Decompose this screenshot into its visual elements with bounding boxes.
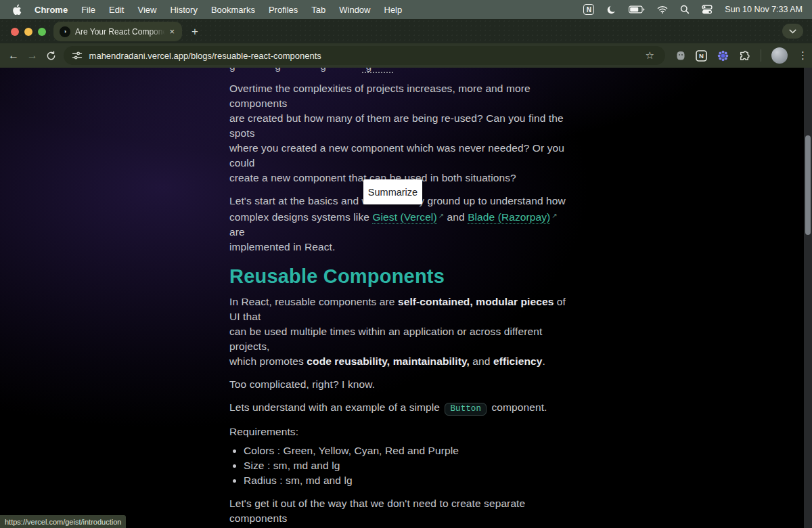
window-close-button[interactable] — [11, 28, 19, 36]
bookmark-star-icon[interactable]: ☆ — [643, 49, 657, 62]
menu-bar-left: Chrome File Edit View History Bookmarks … — [0, 4, 409, 16]
flower-extension-icon[interactable] — [717, 50, 729, 62]
link-giest-vercel[interactable]: Giest (Vercel) — [372, 211, 436, 224]
link-blade-razorpay[interactable]: Blade (Razorpay) — [468, 211, 550, 224]
menu-item-file[interactable]: File — [74, 5, 102, 15]
paragraph-lets-get-it: Let's get it out of the way that we don'… — [229, 496, 575, 528]
macos-menu-bar: Chrome File Edit View History Bookmarks … — [0, 0, 812, 19]
list-item: Size : sm, md and lg — [244, 458, 575, 473]
address-bar[interactable]: mahendradani.vercel.app/blogs/resuable-r… — [64, 46, 665, 65]
summarize-button[interactable]: Summarize — [363, 179, 422, 204]
menu-item-tab[interactable]: Tab — [304, 5, 332, 15]
external-link-icon: ↗ — [438, 212, 444, 219]
back-button[interactable]: ← — [4, 46, 23, 65]
browser-tab-active[interactable]: ◑ Are Your React Components × — [53, 22, 182, 41]
window-zoom-button[interactable] — [38, 28, 46, 36]
menu-item-help[interactable]: Help — [378, 5, 409, 15]
wifi-icon[interactable] — [657, 5, 668, 14]
list-item: Radius : sm, md and lg — [244, 473, 575, 488]
profile-avatar[interactable] — [771, 47, 788, 64]
battery-icon[interactable] — [629, 5, 645, 14]
browser-toolbar: ← → mahendradani.vercel.app/blogs/resuab… — [0, 43, 812, 68]
external-link-icon: ↗ — [551, 212, 557, 219]
tab-title: Are Your React Components — [75, 27, 165, 37]
control-center-icon[interactable] — [702, 5, 713, 14]
chrome-tab-strip: ◑ Are Your React Components × + — [0, 19, 812, 43]
moon-icon[interactable] — [606, 5, 616, 15]
requirements-list: Colors : Green, Yellow, Cyan, Red and Pu… — [229, 443, 575, 488]
article-column: g g g g Overtime the complexities of pro… — [229, 68, 575, 528]
tab-search-button[interactable] — [782, 24, 803, 39]
chevron-down-icon — [789, 29, 796, 34]
link-status-bar: https://vercel.com/geist/introduction — [0, 515, 126, 528]
url-text[interactable]: mahendradani.vercel.app/blogs/resuable-r… — [89, 51, 643, 61]
notion-status-icon[interactable]: N — [583, 4, 594, 15]
paragraph-lets-understand: Lets understand with an example of a sim… — [229, 400, 575, 416]
extensions-row: N ⋮ — [676, 47, 812, 64]
page-scrollbar-track[interactable] — [804, 68, 812, 528]
svg-text:N: N — [699, 52, 704, 60]
menu-item-profiles[interactable]: Profiles — [262, 5, 304, 15]
clipped-previous-line: g g g g — [229, 68, 575, 74]
menu-item-history[interactable]: History — [163, 5, 204, 15]
menu-bar-clock[interactable]: Sun 10 Nov 7:33 AM — [725, 5, 803, 14]
tab-favicon-icon: ◑ — [60, 26, 70, 37]
tab-close-icon[interactable]: × — [168, 26, 176, 37]
menu-item-bookmarks[interactable]: Bookmarks — [204, 5, 262, 15]
menu-item-view[interactable]: View — [131, 5, 163, 15]
extensions-puzzle-icon[interactable] — [739, 50, 750, 62]
notion-extension-icon[interactable]: N — [696, 50, 707, 62]
paragraph-in-react: In React, reusable components are self-c… — [229, 294, 575, 369]
paragraph-too-complicated: Too complicated, right? I know. — [229, 377, 575, 392]
menu-item-chrome[interactable]: Chrome — [28, 5, 74, 15]
spotlight-search-icon[interactable] — [680, 5, 690, 14]
clipped-link-underline-fragment — [362, 72, 393, 73]
menu-kebab-icon[interactable]: ⋮ — [798, 49, 812, 62]
heading-reusable-components: Reusable Components — [229, 265, 575, 288]
code-chip-button: Button — [445, 403, 487, 416]
extension-gray-icon[interactable] — [676, 50, 685, 61]
menu-item-edit[interactable]: Edit — [102, 5, 131, 15]
forward-button[interactable]: → — [23, 46, 42, 65]
list-item: Colors : Green, Yellow, Cyan, Red and Pu… — [244, 443, 575, 458]
page-scrollbar-thumb[interactable] — [805, 135, 811, 235]
requirements-label: Requirements: — [229, 424, 575, 439]
menu-item-window[interactable]: Window — [332, 5, 377, 15]
reload-button[interactable] — [42, 46, 61, 65]
apple-icon[interactable] — [12, 4, 22, 16]
new-tab-button[interactable]: + — [187, 24, 203, 40]
toolbar-separator — [761, 49, 761, 62]
menu-bar-status-area: N Sun 10 Nov 7:33 AM — [583, 4, 812, 15]
paragraph-overtime: Overtime the complexities of projects in… — [229, 81, 575, 185]
page-viewport: g g g g Overtime the complexities of pro… — [0, 68, 812, 528]
site-settings-icon[interactable] — [72, 51, 83, 60]
window-minimize-button[interactable] — [24, 28, 32, 36]
